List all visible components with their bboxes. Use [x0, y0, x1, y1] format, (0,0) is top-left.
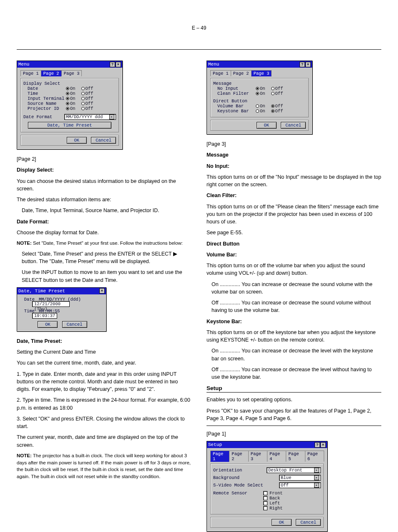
help-icon[interactable]: ?	[110, 62, 115, 67]
tab-page1[interactable]: Page 1	[20, 70, 41, 76]
time-input[interactable]: 19:03:37	[32, 313, 57, 319]
date-input[interactable]: 12/21/2000 (Thu)	[32, 301, 70, 307]
help-icon[interactable]: ?	[315, 442, 320, 448]
remote-sensor-label: Remote Sensor	[213, 491, 263, 496]
page3-heading: [Page 3]	[207, 140, 381, 148]
ok-button[interactable]: OK	[67, 137, 87, 144]
option-label: Input Terminal	[28, 96, 66, 101]
radio-off[interactable]: Off	[81, 86, 93, 91]
tab-page3[interactable]: Page 3	[61, 70, 82, 76]
radio-on[interactable]: On	[66, 101, 76, 106]
cleanfilter-head: Clean Filter:	[207, 193, 237, 198]
remote-left-checkbox[interactable]: Left	[263, 501, 283, 506]
chevron-right-icon[interactable]: ▸	[314, 475, 319, 480]
chevron-right-icon[interactable]: ▸	[314, 483, 319, 488]
option-label: Keystone Bar	[217, 109, 256, 114]
volumebar-on: On .............. You can increase or de…	[212, 281, 381, 296]
page1-heading: [Page 1]	[207, 430, 381, 438]
radio-off[interactable]: Off	[81, 91, 93, 96]
radio-on[interactable]: On	[66, 86, 76, 91]
radio-on[interactable]: On	[66, 96, 76, 101]
close-icon[interactable]: ×	[305, 62, 311, 67]
radio-off[interactable]: Off	[271, 104, 283, 109]
dtp-tail: The current year, month, date and time a…	[17, 433, 191, 449]
radio-off[interactable]: Off	[81, 101, 93, 106]
radio-on[interactable]: On	[66, 91, 76, 96]
chevron-right-icon[interactable]: ▸	[314, 468, 319, 473]
cancel-button[interactable]: Cancel	[62, 321, 87, 328]
keystonebar-head: Keystone Bar:	[207, 319, 242, 324]
display-select-items: Date, Time, Input Terminal, Source Name,…	[22, 207, 191, 214]
option-label: Date	[28, 86, 66, 91]
remote-back-checkbox[interactable]: Back	[263, 496, 283, 501]
svideo-select[interactable]: Off ▸	[279, 482, 321, 488]
date-time-preset-button[interactable]: Date, Time Preset	[28, 122, 111, 129]
radio-on[interactable]: On	[256, 109, 265, 114]
option-label: Clean Filter	[217, 91, 256, 96]
radio-off[interactable]: Off	[271, 91, 283, 96]
radio-on[interactable]: On	[66, 106, 76, 111]
message-head: Message	[207, 152, 229, 158]
date-time-preset-dialog: Date, Time Preset × Date MM/DD/YYYY (ddd…	[17, 287, 106, 332]
note-label: NOTE:	[17, 241, 32, 246]
option-label: Time	[28, 91, 66, 96]
ok-button[interactable]: OK	[272, 519, 292, 526]
remote-front-checkbox[interactable]: Front	[263, 491, 283, 496]
radio-on[interactable]: On	[256, 91, 265, 96]
tab-setup-3[interactable]: Page 3	[248, 451, 267, 462]
background-select[interactable]: Blue ▸	[279, 475, 321, 481]
date-format-body: Choose the display format for Date.	[17, 229, 191, 236]
close-icon[interactable]: ×	[99, 288, 105, 294]
noinput-body: This option turns on or off the "No Inpu…	[207, 173, 381, 189]
help-icon[interactable]: ?	[300, 62, 305, 67]
radio-off[interactable]: Off	[81, 106, 93, 111]
menu-page3-dialog: Menu ? × Page 1 Page 2 Page 3 Message	[207, 61, 312, 134]
tab-setup-1[interactable]: Page 1	[210, 451, 229, 462]
tab-setup-6[interactable]: Page 6	[305, 451, 324, 462]
tab-page2[interactable]: Page 2	[41, 70, 62, 76]
setup-ok-note: Press "OK" to save your changes for all …	[207, 407, 381, 423]
radio-off[interactable]: Off	[271, 86, 283, 91]
setup-page1-dialog: Setup ? × Page 1Page 2Page 3Page 4Page 5…	[207, 441, 327, 532]
option-label: Source Name	[28, 101, 66, 106]
option-label: Volume Bar	[217, 104, 256, 109]
date-format-note: Set "Date, Time Preset" at your first us…	[33, 241, 183, 246]
dtp-head: Date, Time Preset:	[17, 338, 62, 344]
tab-setup-2[interactable]: Page 2	[229, 451, 248, 462]
volumebar-body: This option turns on or off the volume b…	[207, 262, 381, 277]
keystonebar-on: On .............. You can increase or de…	[212, 347, 381, 362]
radio-off[interactable]: Off	[271, 109, 283, 114]
date-format-select[interactable]: MM/DD/YYYY ddd ▸	[64, 114, 116, 120]
tab-page1[interactable]: Page 1	[210, 70, 231, 76]
cancel-button[interactable]: Cancel	[91, 137, 116, 144]
remote-right-checkbox[interactable]: Right	[263, 506, 283, 511]
chevron-right-icon[interactable]: ▸	[109, 114, 114, 119]
tab-setup-5[interactable]: Page 5	[286, 451, 305, 462]
date-format-head: Date Format:	[17, 219, 49, 225]
display-select-items-head: The desired status information items are…	[17, 196, 191, 203]
dtp-step-3: 3. Select "OK" and press ENTER. Closing …	[17, 415, 191, 431]
svideo-label: S-Video Mode Select	[213, 483, 263, 488]
display-select-body: You can choose the desired status inform…	[17, 177, 191, 193]
orientation-label: Orientation	[213, 468, 242, 473]
close-icon[interactable]: ×	[116, 62, 121, 67]
close-icon[interactable]: ×	[320, 442, 326, 448]
tab-page2[interactable]: Page 2	[231, 70, 252, 76]
cancel-button[interactable]: Cancel	[281, 122, 306, 129]
display-select-label: Display Select	[23, 81, 60, 86]
ok-button[interactable]: OK	[38, 321, 58, 328]
noinput-head: No Input:	[207, 163, 229, 169]
radio-on[interactable]: On	[256, 104, 265, 109]
date-format-label: Date Format	[23, 114, 52, 119]
ok-button[interactable]: OK	[257, 122, 277, 129]
note-label: NOTE:	[17, 453, 32, 458]
cancel-button[interactable]: Cancel	[296, 519, 321, 526]
radio-on[interactable]: On	[256, 86, 265, 91]
df-step-1: Select "Date, Time Preset" and press the…	[22, 250, 191, 266]
directbutton-head: Direct Button	[207, 241, 239, 247]
tab-page3[interactable]: Page 3	[251, 70, 272, 76]
radio-off[interactable]: Off	[81, 96, 93, 101]
df-step-2: Use the INPUT button to move to an item …	[22, 269, 191, 284]
tab-setup-4[interactable]: Page 4	[267, 451, 286, 462]
orientation-select[interactable]: Desktop Front ▸	[267, 467, 321, 473]
